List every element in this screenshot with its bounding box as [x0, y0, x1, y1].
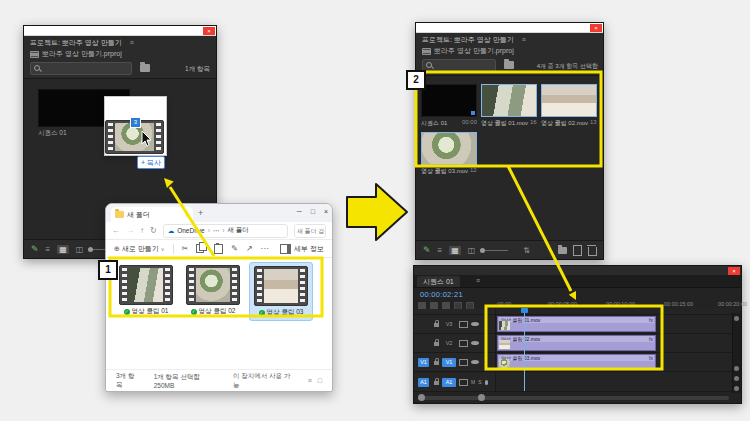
- sort-icon[interactable]: ⇅: [523, 246, 530, 255]
- large-icons-view-icon[interactable]: □: [318, 377, 322, 384]
- sync-lock-icon[interactable]: [459, 359, 468, 366]
- search-field[interactable]: [422, 59, 496, 72]
- solo-button[interactable]: S: [478, 379, 481, 385]
- new-bin-icon[interactable]: [558, 247, 567, 254]
- lock-icon[interactable]: [434, 361, 439, 365]
- explorer-search-box[interactable]: [294, 224, 326, 238]
- lock-icon[interactable]: [434, 342, 439, 346]
- track-label[interactable]: A1: [442, 378, 456, 387]
- new-button[interactable]: ⊕ 새로 만들기 ∨: [114, 244, 165, 254]
- search-input[interactable]: [435, 60, 493, 71]
- list-view-icon[interactable]: ≡: [46, 245, 51, 254]
- window-titlebar[interactable]: ×: [24, 26, 216, 36]
- track-label[interactable]: V2: [442, 339, 456, 348]
- copy-icon[interactable]: [196, 244, 204, 253]
- forward-icon[interactable]: →: [126, 226, 134, 235]
- video-track-v1[interactable]: V1 V1 영상 클립 03.mov fx: [414, 353, 733, 372]
- fx-badge: fx: [649, 336, 653, 342]
- close-button[interactable]: ×: [324, 204, 328, 220]
- project-item-clip[interactable]: 영상 클립 03.mov 12:02: [421, 132, 477, 176]
- bin-navigation-icon[interactable]: [504, 61, 514, 69]
- breadcrumb-ellipsis[interactable]: ⋯: [213, 227, 220, 235]
- track-visibility-eye-icon[interactable]: [471, 341, 479, 345]
- more-options-icon[interactable]: ⋯: [261, 244, 269, 253]
- timeline-clip[interactable]: 영상 클립 01.mov fx: [497, 316, 656, 332]
- delete-icon[interactable]: [588, 247, 597, 256]
- file-tile-selected[interactable]: ✓ ✓ 영상 클립 03: [249, 262, 313, 321]
- vertical-scrollbar[interactable]: [732, 313, 741, 393]
- sync-lock-icon[interactable]: [459, 321, 468, 328]
- timeline-clip[interactable]: 영상 클립 03.mov fx: [497, 354, 656, 370]
- rename-icon[interactable]: ✎: [231, 244, 238, 253]
- list-view-icon[interactable]: ≡: [438, 246, 443, 255]
- breadcrumb-folder[interactable]: 새 폴더: [228, 226, 249, 235]
- maximize-button[interactable]: □: [311, 204, 315, 220]
- up-icon[interactable]: ↑: [140, 226, 144, 235]
- breadcrumb[interactable]: ☁ OneDrive › ⋯ › 새 폴더: [163, 224, 288, 238]
- timeline-clip[interactable]: 영상 클립 02.mov fx: [497, 335, 656, 351]
- icon-view-icon[interactable]: ▦: [57, 245, 69, 254]
- explorer-tab-strip: 새 폴더 × + ─ □ ×: [106, 204, 332, 222]
- panel-menu-icon[interactable]: ≡: [130, 39, 134, 46]
- file-tile[interactable]: ✓ 영상 클립 01: [115, 262, 177, 319]
- project-writable-icon[interactable]: ✎: [423, 245, 431, 255]
- sequence-label[interactable]: 시퀀스 01: [38, 129, 67, 138]
- project-file-row[interactable]: 뽀라주 영상 만들기.prproj: [422, 46, 514, 56]
- bin-navigation-icon[interactable]: [140, 64, 150, 72]
- zoom-handle-right[interactable]: [478, 394, 485, 401]
- project-item-sequence[interactable]: 시퀀스 01 00:00: [421, 84, 477, 128]
- zoom-handle-left[interactable]: [418, 394, 425, 401]
- project-writable-icon[interactable]: ✎: [31, 244, 39, 254]
- freeform-view-icon[interactable]: ◫: [468, 246, 476, 255]
- lock-icon[interactable]: [434, 323, 439, 327]
- audio-track-a1[interactable]: A1 A1 M S: [414, 373, 733, 392]
- explorer-tab[interactable]: 새 폴더 ×: [111, 207, 193, 222]
- panel-menu-icon[interactable]: ≡: [476, 277, 480, 284]
- new-tab-button[interactable]: +: [198, 208, 203, 218]
- mute-button[interactable]: M: [471, 379, 475, 385]
- video-track-v3[interactable]: V3 영상 클립 01.mov fx: [414, 315, 733, 334]
- track-visibility-eye-icon[interactable]: [471, 360, 479, 364]
- project-item-clip[interactable]: 영상 클립 01.mov 16:01: [481, 84, 537, 128]
- project-file-row[interactable]: 뽀라주 영상 만들기.prproj: [30, 49, 122, 59]
- refresh-icon[interactable]: ↻: [150, 226, 157, 235]
- details-view-icon[interactable]: ≡: [308, 377, 312, 384]
- cut-icon[interactable]: ✂: [182, 244, 189, 253]
- file-tile[interactable]: ✓ 영상 클립 02: [182, 262, 244, 319]
- share-icon[interactable]: ↗: [246, 244, 253, 253]
- panel-menu-icon[interactable]: ≡: [522, 36, 526, 43]
- window-titlebar[interactable]: ×: [416, 23, 603, 33]
- details-button[interactable]: 세부 정보: [280, 244, 324, 254]
- track-label[interactable]: V1: [442, 358, 456, 367]
- timecode-display[interactable]: 00:00:02:21: [420, 290, 463, 299]
- track-label[interactable]: V3: [442, 320, 456, 329]
- close-button[interactable]: ×: [590, 24, 602, 32]
- close-button[interactable]: ×: [728, 267, 740, 275]
- video-track-v2[interactable]: V2 영상 클립 02.mov fx: [414, 334, 733, 353]
- source-patch-v1[interactable]: V1: [418, 358, 429, 367]
- sync-lock-icon[interactable]: [459, 379, 468, 386]
- paste-icon[interactable]: [214, 244, 223, 254]
- playhead-handle[interactable]: [521, 308, 528, 313]
- lock-icon[interactable]: [434, 381, 439, 385]
- source-patch-a1[interactable]: A1: [418, 378, 429, 387]
- search-field[interactable]: [30, 62, 132, 75]
- freeform-view-icon[interactable]: ◫: [76, 245, 84, 254]
- zoom-slider[interactable]: [482, 250, 508, 251]
- back-icon[interactable]: ←: [112, 226, 120, 235]
- breadcrumb-drive[interactable]: OneDrive: [177, 227, 204, 234]
- close-button[interactable]: ×: [203, 27, 215, 35]
- tab-close-icon[interactable]: ×: [185, 212, 189, 218]
- search-input[interactable]: [43, 63, 123, 74]
- explorer-search-input[interactable]: [295, 225, 326, 237]
- icon-view-icon[interactable]: ▦: [449, 246, 461, 255]
- voiceover-mic-icon[interactable]: [485, 380, 488, 385]
- sequence-tab[interactable]: 시퀀스 01: [417, 276, 460, 287]
- new-item-icon[interactable]: [573, 245, 582, 256]
- sync-lock-icon[interactable]: [459, 340, 468, 347]
- minimize-button[interactable]: ─: [297, 204, 302, 220]
- horizontal-zoom-scrollbar[interactable]: [418, 396, 729, 400]
- status-selection: 1개 항목 선택함 250MB: [154, 373, 219, 389]
- project-item-clip[interactable]: 영상 클립 02.mov 13:02: [541, 84, 597, 128]
- track-visibility-eye-icon[interactable]: [471, 322, 479, 326]
